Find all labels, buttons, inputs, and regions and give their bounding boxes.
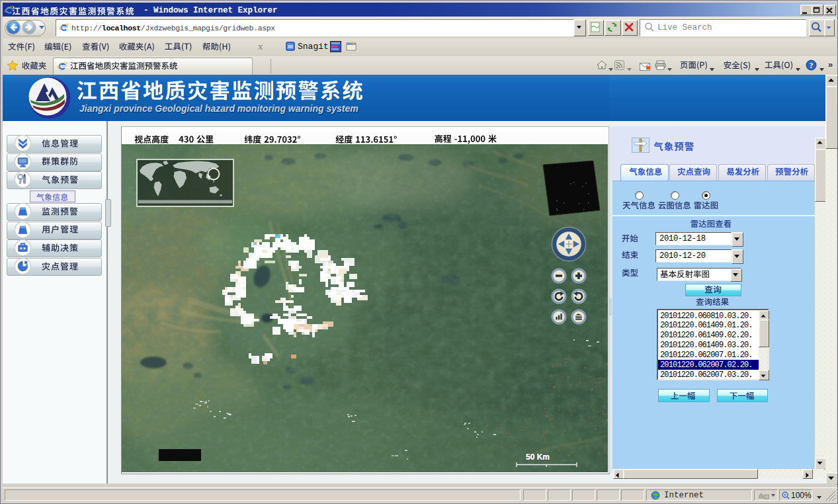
svg-text:100%: 100%: [791, 491, 812, 500]
svg-text:?: ?: [810, 61, 814, 70]
svg-text:50 Km: 50 Km: [526, 452, 550, 462]
